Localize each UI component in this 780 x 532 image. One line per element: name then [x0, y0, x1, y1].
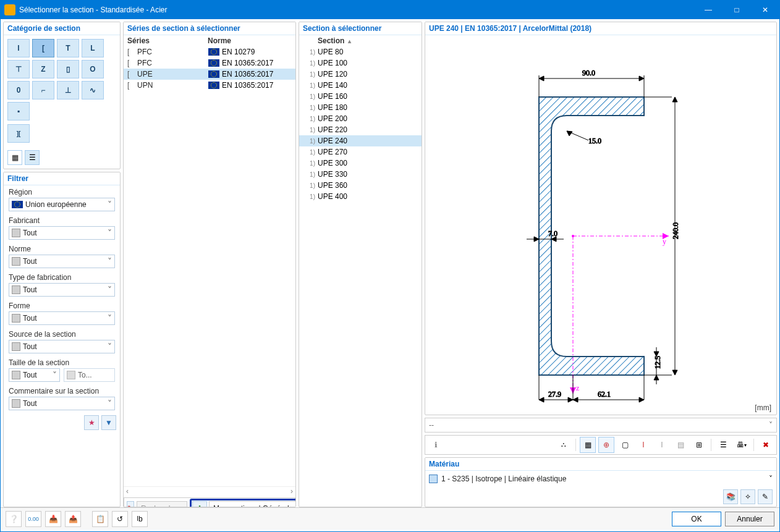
- ibeam-1-icon[interactable]: I: [635, 437, 651, 453]
- series-row[interactable]: [PFCEN 10279: [124, 46, 295, 57]
- print-icon[interactable]: 🖶▾: [734, 437, 750, 453]
- grid-icon[interactable]: ⊞: [691, 437, 707, 453]
- values-icon[interactable]: ▦: [580, 437, 596, 453]
- cat-corrugated[interactable]: ∿: [82, 81, 104, 99]
- taille-label: Taille de la section: [9, 358, 115, 367]
- favorite-filter-button[interactable]: ★: [84, 415, 99, 430]
- section-row[interactable]: 1)UPE 120: [299, 69, 422, 80]
- section-row[interactable]: 1)UPE 220: [299, 124, 422, 135]
- material-color-icon: [429, 475, 438, 483]
- taille-combo-to[interactable]: To...: [64, 368, 115, 382]
- series-row[interactable]: [PFCEN 10365:2017: [124, 57, 295, 69]
- reset-view-icon[interactable]: ✖: [758, 437, 774, 453]
- source-combo[interactable]: Tout ˅: [9, 340, 115, 353]
- help-icon[interactable]: ❔: [6, 511, 22, 527]
- material-edit-icon[interactable]: ✎: [758, 489, 773, 504]
- cat-built-up[interactable]: ][: [7, 124, 30, 143]
- svg-text:z: z: [576, 384, 579, 392]
- list-icon[interactable]: ☰: [715, 437, 731, 453]
- cat-rect-hollow[interactable]: ▯: [57, 60, 79, 78]
- axes-icon[interactable]: ⊕: [598, 437, 614, 453]
- grid-view-icon[interactable]: ▦: [7, 150, 22, 165]
- insert-favorite-button[interactable]: ✚: [192, 501, 207, 507]
- cat-tee2[interactable]: ⊤: [7, 60, 30, 78]
- maximize-button[interactable]: □: [723, 1, 751, 19]
- refresh-icon[interactable]: ↻: [127, 501, 134, 507]
- units-icon[interactable]: 0.00: [25, 511, 41, 527]
- cat-angle[interactable]: L: [82, 39, 104, 57]
- filter-toggle-button[interactable]: ▼: [101, 415, 116, 430]
- list-view-icon[interactable]: ☰: [25, 150, 40, 165]
- section-props-icon[interactable]: Ib: [132, 511, 148, 527]
- all-icon: [12, 229, 20, 237]
- window-title: Sélectionner la section - Standardisée -…: [19, 6, 694, 14]
- section-row[interactable]: 1)UPE 270: [299, 146, 422, 158]
- hatch-icon[interactable]: ▤: [672, 437, 689, 453]
- ok-button[interactable]: OK: [672, 512, 721, 526]
- section-row[interactable]: 1)UPE 240: [299, 135, 422, 146]
- material-title: Matériau: [425, 458, 776, 471]
- section-row[interactable]: 1)UPE 300: [299, 158, 422, 169]
- eu-flag-icon: [208, 82, 219, 89]
- fabricant-combo[interactable]: Tout ˅: [9, 226, 115, 240]
- typefab-combo[interactable]: Tout ˅: [9, 283, 115, 297]
- filter-panel: Filtrer Région Union européenne ˅ Fabric…: [3, 172, 121, 507]
- section-col-header[interactable]: Section: [318, 36, 344, 45]
- section-row[interactable]: 1)UPE 330: [299, 169, 422, 180]
- chevron-down-icon: ˅: [108, 313, 112, 323]
- material-library-icon[interactable]: 📚: [723, 489, 738, 504]
- search-input[interactable]: Recherche...: [137, 501, 187, 507]
- norme-combo[interactable]: Tout ˅: [9, 255, 115, 268]
- section-row[interactable]: 1)UPE 400: [299, 191, 422, 202]
- titlebar[interactable]: Sélectionner la section - Standardisée -…: [1, 1, 779, 19]
- cat-circle-hollow[interactable]: O: [82, 60, 104, 78]
- cat-z[interactable]: Z: [32, 60, 54, 78]
- region-combo[interactable]: Union européenne ˅: [9, 198, 115, 211]
- app-icon: [4, 4, 15, 15]
- comment-combo[interactable]: Tout ˅: [9, 397, 115, 410]
- section-row[interactable]: 1)UPE 360: [299, 180, 422, 191]
- sort-asc-icon[interactable]: ▴: [348, 38, 351, 44]
- close-button[interactable]: ✕: [751, 1, 779, 19]
- section-row[interactable]: 1)UPE 100: [299, 57, 422, 69]
- taille-combo-from[interactable]: Tout ˅: [9, 368, 60, 382]
- cat-i-shape[interactable]: I: [7, 39, 30, 57]
- minimize-button[interactable]: ―: [694, 1, 723, 19]
- export-icon[interactable]: 📤: [65, 511, 81, 527]
- outline-icon[interactable]: ▢: [617, 437, 633, 453]
- undo-icon[interactable]: ↺: [112, 511, 128, 527]
- svg-text:240.0: 240.0: [671, 222, 680, 239]
- favorites-combo[interactable]: Mes sections | Général ˅: [209, 501, 296, 507]
- cat-tee[interactable]: T: [57, 39, 79, 57]
- section-row[interactable]: 1)UPE 160: [299, 91, 422, 102]
- series-row[interactable]: [UPNEN 10365:2017: [124, 80, 295, 91]
- clipboard-icon[interactable]: 📋: [92, 511, 108, 527]
- series-col-header[interactable]: Séries: [127, 36, 208, 45]
- eu-flag-icon: [12, 201, 23, 208]
- section-row[interactable]: 1)UPE 200: [299, 113, 422, 124]
- channel-icon: [: [127, 81, 135, 90]
- cat-oval[interactable]: 0: [7, 81, 30, 99]
- section-row[interactable]: 1)UPE 80: [299, 46, 422, 57]
- fabricant-label: Fabricant: [9, 216, 115, 225]
- info-icon[interactable]: ℹ: [428, 437, 444, 453]
- properties-dropdown[interactable]: -- ˅: [425, 418, 777, 433]
- material-new-icon[interactable]: ✧: [740, 489, 755, 504]
- section-row[interactable]: 1)UPE 180: [299, 102, 422, 113]
- section-row[interactable]: 1)UPE 140: [299, 80, 422, 91]
- cat-solid[interactable]: ▪: [7, 102, 30, 120]
- svg-marker-24: [534, 237, 539, 242]
- norme-col-header[interactable]: Norme: [208, 36, 231, 45]
- chevron-down-icon[interactable]: ˅: [769, 475, 773, 483]
- cat-rail[interactable]: ⊥: [57, 81, 79, 99]
- cancel-button[interactable]: Annuler: [725, 512, 774, 526]
- dimensions-icon[interactable]: ∴: [556, 437, 572, 453]
- svg-text:90.0: 90.0: [582, 69, 595, 77]
- cat-angle2[interactable]: ⌐: [32, 81, 54, 99]
- cat-channel[interactable]: [: [32, 39, 54, 57]
- all-icon: [12, 371, 20, 379]
- forme-combo[interactable]: Tout ˅: [9, 311, 115, 325]
- series-row[interactable]: [UPEEN 10365:2017: [124, 69, 295, 80]
- import-icon[interactable]: 📥: [45, 511, 61, 527]
- ibeam-2-icon[interactable]: I: [654, 437, 670, 453]
